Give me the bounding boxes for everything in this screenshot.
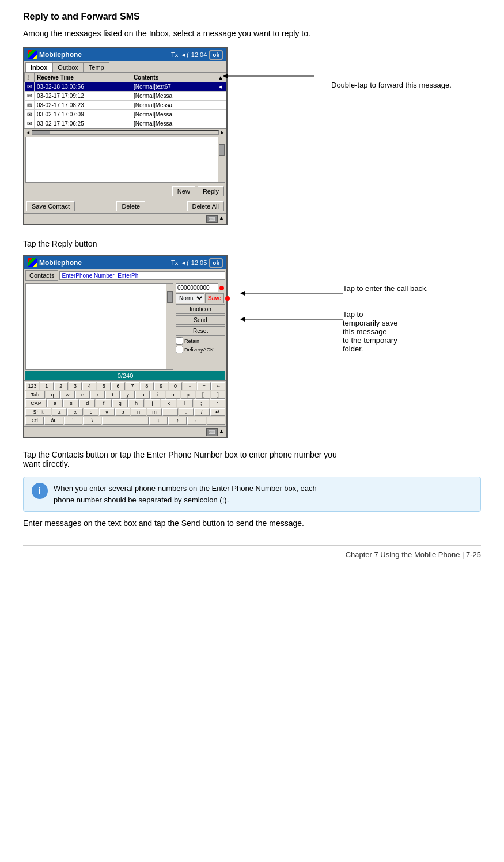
kb-key[interactable]: w — [60, 391, 75, 399]
kb-key[interactable]: k — [161, 399, 176, 407]
kb-key[interactable]: 3 — [69, 382, 82, 390]
kb-key[interactable]: 7 — [126, 382, 139, 390]
inbox-table: ! Receive Time Contents ▲ ✉ 03-02-18 13:… — [24, 73, 226, 128]
kb-key[interactable]: h — [128, 399, 144, 407]
kb-key[interactable]: p — [181, 391, 195, 399]
callback-dot[interactable] — [219, 286, 224, 290]
kb-key[interactable]: / — [194, 408, 209, 416]
table-row[interactable]: ✉ 03-02-17 17:08:23 [Normal]Messa. — [25, 101, 226, 110]
kb-key[interactable]: m — [147, 408, 162, 416]
phone-number-input[interactable] — [59, 271, 225, 280]
retain-checkbox[interactable] — [176, 337, 183, 345]
app-name-2: Mobilephone — [39, 259, 82, 267]
new-button[interactable]: New — [172, 186, 195, 196]
kb-key[interactable]: [ — [196, 391, 210, 399]
kb-key[interactable]: x — [67, 408, 82, 416]
kb-key[interactable]: , — [162, 408, 177, 416]
kb-key[interactable]: ] — [211, 391, 225, 399]
keyboard-icon-1[interactable]: ⌨ — [206, 215, 218, 223]
kb-key[interactable]: q — [46, 391, 60, 399]
tab-temp[interactable]: Temp — [84, 62, 109, 72]
ok-button-2[interactable]: ok — [209, 258, 223, 268]
kb-key[interactable]: 1 — [40, 382, 54, 390]
kb-key[interactable]: i — [150, 391, 165, 399]
kb-key[interactable]: z — [52, 408, 67, 416]
kb-key[interactable]: 8 — [140, 382, 154, 390]
reply-button[interactable]: Reply — [198, 186, 224, 196]
app-name-1: Mobilephone — [39, 51, 82, 59]
message-text-area[interactable] — [25, 283, 173, 370]
kb-key[interactable]: r — [90, 391, 105, 399]
kb-space[interactable] — [102, 417, 149, 425]
final-text: Enter messages on the text box and tap t… — [23, 519, 481, 528]
kb-key[interactable]: a — [47, 399, 63, 407]
kb-left[interactable]: ← — [187, 417, 206, 425]
kb-key[interactable]: s — [63, 399, 79, 407]
delivery-checkbox[interactable] — [176, 346, 183, 353]
kb-key[interactable]: 5 — [97, 382, 111, 390]
kb-backspace[interactable]: ← — [211, 382, 225, 390]
kb-key[interactable]: 6 — [111, 382, 125, 390]
retain-row: Retain — [176, 337, 225, 345]
kb-key[interactable]: l — [177, 399, 192, 407]
kb-key[interactable]: ' — [210, 399, 225, 407]
kb-key[interactable]: ; — [194, 399, 209, 407]
kb-key[interactable]: 4 — [82, 382, 96, 390]
save-red-button[interactable]: Save — [205, 293, 224, 303]
kb-key[interactable]: v — [99, 408, 114, 416]
kb-key[interactable]: \ — [83, 417, 101, 425]
delete-button[interactable]: Delete — [116, 201, 145, 211]
kb-key[interactable]: e — [75, 391, 90, 399]
table-row[interactable]: ✉ 03-02-17 17:06:25 [Normal]Messa. — [25, 119, 226, 128]
tab-inbox[interactable]: Inbox — [25, 62, 52, 72]
kb-key[interactable]: t — [105, 391, 120, 399]
kb-key[interactable]: ` — [64, 417, 82, 425]
kb-key[interactable]: y — [120, 391, 135, 399]
send-button[interactable]: Send — [176, 315, 225, 325]
table-row[interactable]: ✉ 03-02-17 17:09:12 [Normal]Messa. — [25, 92, 226, 101]
callback-number-input[interactable] — [176, 283, 218, 292]
vertical-scrollbar-2[interactable] — [166, 284, 173, 369]
table-row[interactable]: ✉ 03-02-18 13:03:56 [Normal]tezt67 ◄ — [25, 82, 226, 92]
imoticon-button[interactable]: Imoticon — [176, 304, 225, 314]
kb-key[interactable]: = — [197, 382, 211, 390]
horizontal-scrollbar[interactable]: ◄ ► — [24, 128, 226, 135]
kb-key[interactable]: f — [96, 399, 111, 407]
kb-key[interactable]: c — [84, 408, 98, 416]
kb-key[interactable]: 0 — [169, 382, 183, 390]
kb-key[interactable]: n — [131, 408, 146, 416]
kb-down[interactable]: ↓ — [149, 417, 168, 425]
reply-top-row: Contacts — [24, 269, 226, 282]
save-contact-button[interactable]: Save Contact — [26, 201, 75, 211]
kb-key[interactable]: j — [145, 399, 160, 407]
contacts-button[interactable]: Contacts — [25, 270, 58, 281]
kb-enter[interactable]: ↵ — [210, 408, 225, 416]
kb-shift[interactable]: Shift — [25, 408, 51, 416]
tx-icon: Tx — [171, 51, 178, 58]
kb-key[interactable]: g — [112, 399, 128, 407]
kb-right[interactable]: → — [207, 417, 225, 425]
kb-tab[interactable]: Tab — [25, 391, 45, 399]
ok-button-1[interactable]: ok — [209, 50, 223, 60]
kb-up[interactable]: ↑ — [168, 417, 187, 425]
keyboard-icon-2[interactable]: ⌨ — [206, 428, 218, 436]
keyboard: 123 1 2 3 4 5 6 7 8 9 0 - = ← — [24, 380, 226, 426]
kb-key[interactable]: o — [166, 391, 180, 399]
kb-key[interactable]: 123 — [25, 382, 39, 390]
kb-key[interactable]: . — [179, 408, 194, 416]
kb-key[interactable]: 9 — [154, 382, 168, 390]
kb-ctrl[interactable]: Ctl — [25, 417, 44, 425]
kb-key[interactable]: b — [115, 408, 130, 416]
message-type-select[interactable]: Norma — [176, 293, 204, 303]
tab-outbox[interactable]: Outbox — [52, 62, 83, 72]
kb-key[interactable]: u — [135, 391, 150, 399]
kb-caps[interactable]: CAP — [25, 399, 47, 407]
kb-key[interactable]: 2 — [54, 382, 68, 390]
kb-special[interactable]: áü — [44, 417, 63, 425]
delete-all-button[interactable]: Delete All — [187, 201, 224, 211]
kb-key[interactable]: - — [183, 382, 196, 390]
table-row[interactable]: ✉ 03-02-17 17:07:09 [Normal]Messa. — [25, 110, 226, 119]
kb-key[interactable]: d — [79, 399, 95, 407]
reset-button[interactable]: Reset — [176, 326, 225, 336]
vertical-scrollbar[interactable] — [218, 137, 225, 182]
